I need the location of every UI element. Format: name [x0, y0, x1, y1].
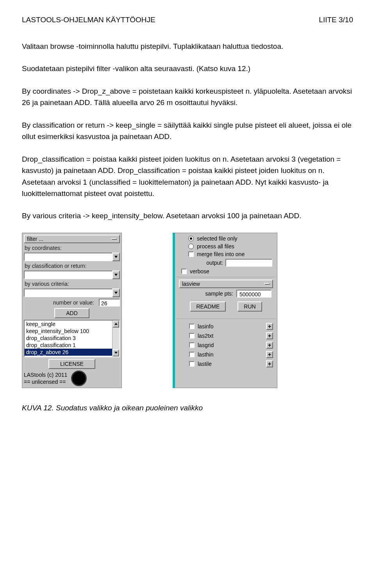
tool-item-label: lastile	[198, 361, 263, 367]
tool-item-lasthin[interactable]: lasthin +	[189, 351, 273, 358]
by-coordinates-value	[24, 253, 112, 261]
by-various-label: by various criteria:	[24, 281, 120, 287]
checkbox-icon	[189, 342, 195, 348]
tool-item-lasgrid[interactable]: lasgrid +	[189, 342, 273, 349]
filter-panel: filter ... by coordinates: by classifica…	[22, 233, 122, 388]
scroll-down-icon[interactable]	[112, 349, 119, 356]
tool-item-label: lasgrid	[198, 342, 263, 348]
add-button[interactable]: ADD	[54, 308, 89, 318]
by-classification-label: by classification or return:	[24, 263, 120, 269]
paragraph-3: By coordinates -> Drop_z_above = poistet…	[22, 86, 353, 109]
number-or-value-label: number or value:	[24, 299, 96, 306]
run-button[interactable]: RUN	[238, 301, 262, 312]
divider	[177, 319, 275, 319]
tool-item-las2txt[interactable]: las2txt +	[189, 332, 273, 339]
collapse-icon	[264, 283, 270, 285]
chevron-down-icon	[112, 253, 120, 261]
by-classification-value	[24, 271, 112, 279]
plus-icon[interactable]: +	[266, 360, 273, 367]
tool-item-label: lasinfo	[198, 323, 263, 330]
license-info: LAStools (c) 2011 == unlicensed ==	[24, 371, 120, 386]
checkbox-icon	[189, 324, 195, 329]
list-item[interactable]: keep_single	[25, 321, 112, 328]
paragraph-4: By classification or return -> keep_sing…	[22, 119, 353, 143]
plus-icon[interactable]: +	[266, 332, 273, 339]
chevron-down-icon	[112, 289, 120, 297]
bmw-logo-icon	[71, 371, 87, 386]
license-button[interactable]: LICENSE	[48, 359, 95, 369]
license-line-1: LAStools (c) 2011	[24, 371, 67, 378]
divider	[177, 277, 275, 277]
radio-icon	[188, 236, 194, 241]
paragraph-5: Drop_classification = poistaa kaikki pis…	[22, 153, 353, 200]
tool-item-label: lasthin	[198, 351, 263, 358]
paragraph-2: Suodatetaan pistepilvi filter -valikon a…	[22, 63, 353, 74]
figure-caption: KUVA 12. Suodatus valikko ja oikean puol…	[22, 404, 353, 412]
output-label: output:	[206, 260, 223, 266]
check-verbose-label: verbose	[190, 268, 209, 274]
checkbox-icon	[189, 361, 195, 367]
chevron-down-icon	[112, 271, 120, 279]
list-item[interactable]: drop_classification 3	[25, 335, 112, 342]
paragraph-6: By various criteria -> keep_intensity_be…	[22, 210, 353, 221]
number-input[interactable]: 26	[99, 299, 120, 306]
check-merge[interactable]: merge files into one	[177, 251, 275, 257]
scrollbar[interactable]	[112, 321, 119, 356]
checkbox-icon	[189, 352, 195, 357]
filter-listbox[interactable]: keep_single keep_intensity_below 100 dro…	[24, 320, 120, 357]
check-merge-label: merge files into one	[197, 251, 245, 257]
header-left: LASTOOLS-OHJELMAN KÄYTTÖOHJE	[22, 16, 155, 24]
filter-header-button[interactable]: filter ...	[24, 235, 120, 243]
sample-pts-input[interactable]: 5000000	[236, 290, 271, 298]
scroll-up-icon[interactable]	[112, 321, 119, 328]
tool-item-lastile[interactable]: lastile +	[189, 360, 273, 367]
tool-item-lasinfo[interactable]: lasinfo +	[189, 323, 273, 330]
radio-process-all[interactable]: process all files	[177, 243, 275, 249]
by-classification-dropdown[interactable]	[24, 271, 120, 279]
plus-icon[interactable]: +	[266, 342, 273, 349]
paragraph-1: Valitaan browse -toiminnolla haluttu pis…	[22, 41, 353, 52]
run-panel: selected file only process all files mer…	[173, 233, 277, 388]
by-coordinates-label: by coordinates:	[24, 245, 120, 251]
sample-pts-label: sample pts:	[205, 290, 233, 297]
tool-header-label: lasview	[182, 281, 200, 287]
list-item[interactable]: keep_intensity_below 100	[25, 328, 112, 335]
by-various-value	[24, 289, 112, 297]
plus-icon[interactable]: +	[266, 323, 273, 330]
by-coordinates-dropdown[interactable]	[24, 253, 120, 261]
header-right: LIITE 3/10	[319, 16, 353, 24]
check-verbose[interactable]: verbose	[177, 268, 275, 274]
license-line-2: == unlicensed ==	[24, 378, 67, 385]
plus-icon[interactable]: +	[266, 351, 273, 358]
radio-selected-file[interactable]: selected file only	[177, 235, 275, 242]
tool-item-label: las2txt	[198, 333, 263, 339]
checkbox-icon	[188, 251, 194, 257]
radio-icon	[188, 244, 194, 249]
radio-selected-file-label: selected file only	[197, 235, 238, 242]
checkbox-icon	[189, 333, 195, 339]
list-item-selected[interactable]: drop_z_above 26	[25, 349, 112, 356]
filter-header-label: filter ...	[27, 236, 43, 242]
tool-list: lasinfo + las2txt + lasgrid + lasthin +	[177, 321, 275, 367]
list-item[interactable]: drop_classification 1	[25, 342, 112, 349]
collapse-icon	[111, 238, 117, 240]
output-input[interactable]	[225, 259, 272, 267]
readme-button[interactable]: README	[190, 301, 226, 312]
tool-header-button[interactable]: lasview	[179, 280, 273, 288]
by-various-dropdown[interactable]	[24, 289, 120, 297]
checkbox-icon	[181, 269, 187, 274]
radio-process-all-label: process all files	[197, 243, 234, 249]
